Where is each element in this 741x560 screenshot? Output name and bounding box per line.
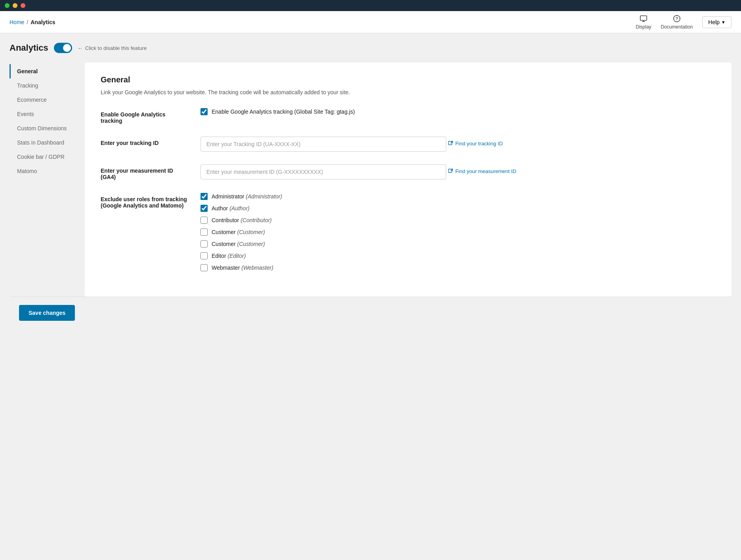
role-editor-item: Editor (Editor) [201, 252, 716, 259]
enable-ga-control: Enable Google Analytics tracking (Global… [201, 108, 716, 115]
svg-line-8 [451, 169, 453, 171]
display-icon [639, 14, 648, 23]
traffic-light-red [21, 3, 25, 8]
traffic-light-yellow [13, 3, 17, 8]
top-nav: Home / Analytics Display ? Documentation [0, 11, 741, 33]
tracking-id-label: Enter your tracking ID [101, 137, 188, 146]
svg-rect-7 [449, 169, 452, 173]
disable-hint: ← Click to disable this feature [78, 45, 147, 51]
role-administrator-italic: (Administrator) [246, 193, 282, 200]
main-content: General Link your Google Analytics to yo… [85, 63, 731, 297]
breadcrumb-separator: / [27, 19, 28, 25]
title-bar [0, 0, 741, 11]
svg-rect-5 [449, 141, 452, 145]
disable-hint-text: Click to disable this feature [85, 45, 147, 51]
svg-rect-0 [640, 16, 647, 21]
exclude-roles-row: Exclude user roles from tracking (Google… [101, 193, 716, 271]
help-button[interactable]: Help ▼ [702, 16, 731, 28]
documentation-nav-btn[interactable]: ? Documentation [661, 14, 693, 30]
sidebar: General Tracking Ecommerce Events Custom… [10, 63, 85, 297]
role-customer1-italic: (Customer) [237, 229, 265, 235]
arrow-left-icon: ← [78, 45, 83, 51]
role-customer2-checkbox[interactable] [201, 240, 208, 248]
sidebar-item-stats-in-dashboard[interactable]: Stats in Dashboard [10, 135, 85, 150]
svg-line-6 [451, 141, 453, 143]
measurement-id-control: Find your measurement ID [201, 164, 716, 179]
role-customer1-label: Customer (Customer) [212, 229, 265, 235]
save-bar: Save changes [10, 297, 731, 329]
measurement-id-row: Enter your measurement ID (GA4) Find you… [101, 164, 716, 180]
role-administrator-item: Administrator (Administrator) [201, 193, 716, 200]
analytics-page-title: Analytics [10, 43, 48, 53]
sidebar-item-general[interactable]: General [10, 64, 85, 78]
display-nav-btn[interactable]: Display [636, 14, 651, 30]
find-measurement-id-link[interactable]: Find your measurement ID [448, 168, 516, 174]
display-label: Display [636, 24, 651, 30]
role-author-item: Author (Author) [201, 205, 716, 212]
traffic-light-green [5, 3, 10, 8]
toggle-slider [54, 43, 72, 53]
breadcrumb-current: Analytics [31, 19, 55, 25]
tracking-id-row: Enter your tracking ID Find your trackin… [101, 137, 716, 152]
role-editor-italic: (Editor) [227, 253, 246, 259]
enable-ga-checkbox-row: Enable Google Analytics tracking (Global… [201, 108, 716, 115]
help-label: Help [708, 19, 720, 25]
role-customer1-item: Customer (Customer) [201, 229, 716, 236]
page-wrapper: Analytics ← Click to disable this featur… [0, 33, 741, 338]
role-author-italic: (Author) [229, 205, 250, 211]
save-changes-button[interactable]: Save changes [19, 305, 75, 321]
breadcrumb-home[interactable]: Home [10, 19, 24, 25]
role-author-label: Author (Author) [212, 205, 250, 211]
sidebar-item-tracking[interactable]: Tracking [10, 78, 85, 93]
sidebar-item-custom-dimensions[interactable]: Custom Dimensions [10, 121, 85, 135]
role-administrator-checkbox[interactable] [201, 193, 208, 200]
content-area: General Tracking Ecommerce Events Custom… [10, 63, 731, 297]
roles-checkbox-list: Administrator (Administrator) Author (Au… [201, 193, 716, 271]
find-tracking-id-link[interactable]: Find your tracking ID [448, 141, 503, 147]
role-webmaster-checkbox[interactable] [201, 264, 208, 271]
role-webmaster-label: Webmaster (Webmaster) [212, 265, 273, 271]
role-customer2-italic: (Customer) [237, 241, 265, 247]
role-webmaster-item: Webmaster (Webmaster) [201, 264, 716, 271]
enable-ga-label: Enable Google Analytics tracking [101, 108, 188, 124]
tracking-id-control: Find your tracking ID [201, 137, 716, 152]
sidebar-item-cookie-bar-gdpr[interactable]: Cookie bar / GDPR [10, 150, 85, 164]
exclude-roles-control: Administrator (Administrator) Author (Au… [201, 193, 716, 271]
svg-text:?: ? [676, 17, 678, 21]
role-author-checkbox[interactable] [201, 205, 208, 212]
role-contributor-italic: (Contributor) [241, 217, 272, 223]
measurement-id-label: Enter your measurement ID (GA4) [101, 164, 188, 180]
find-measurement-id-text: Find your measurement ID [455, 168, 516, 174]
sidebar-item-events[interactable]: Events [10, 107, 85, 121]
enable-ga-checkbox[interactable] [201, 108, 208, 115]
role-customer1-checkbox[interactable] [201, 229, 208, 236]
role-editor-label: Editor (Editor) [212, 253, 246, 259]
section-description: Link your Google Analytics to your websi… [101, 89, 716, 95]
role-contributor-label: Contributor (Contributor) [212, 217, 272, 223]
chevron-down-icon: ▼ [721, 20, 726, 25]
enable-ga-row: Enable Google Analytics tracking Enable … [101, 108, 716, 124]
role-administrator-label: Administrator (Administrator) [212, 193, 282, 200]
enable-ga-checkbox-label: Enable Google Analytics tracking (Global… [212, 109, 355, 115]
role-customer2-label: Customer (Customer) [212, 241, 265, 247]
role-webmaster-italic: (Webmaster) [241, 265, 273, 271]
analytics-toggle[interactable] [54, 43, 72, 53]
top-nav-right: Display ? Documentation Help ▼ [636, 14, 731, 30]
role-contributor-item: Contributor (Contributor) [201, 217, 716, 224]
documentation-label: Documentation [661, 24, 693, 30]
documentation-icon: ? [672, 14, 681, 23]
role-customer2-item: Customer (Customer) [201, 240, 716, 248]
sidebar-item-ecommerce[interactable]: Ecommerce [10, 93, 85, 107]
sidebar-item-matomo[interactable]: Matomo [10, 164, 85, 178]
analytics-header: Analytics ← Click to disable this featur… [10, 43, 731, 53]
find-tracking-id-text: Find your tracking ID [455, 141, 503, 147]
exclude-roles-label: Exclude user roles from tracking (Google… [101, 193, 188, 209]
role-editor-checkbox[interactable] [201, 252, 208, 259]
role-contributor-checkbox[interactable] [201, 217, 208, 224]
measurement-id-input[interactable] [201, 164, 446, 179]
section-title: General [101, 75, 716, 84]
tracking-id-input[interactable] [201, 137, 446, 152]
breadcrumb: Home / Analytics [10, 19, 55, 25]
